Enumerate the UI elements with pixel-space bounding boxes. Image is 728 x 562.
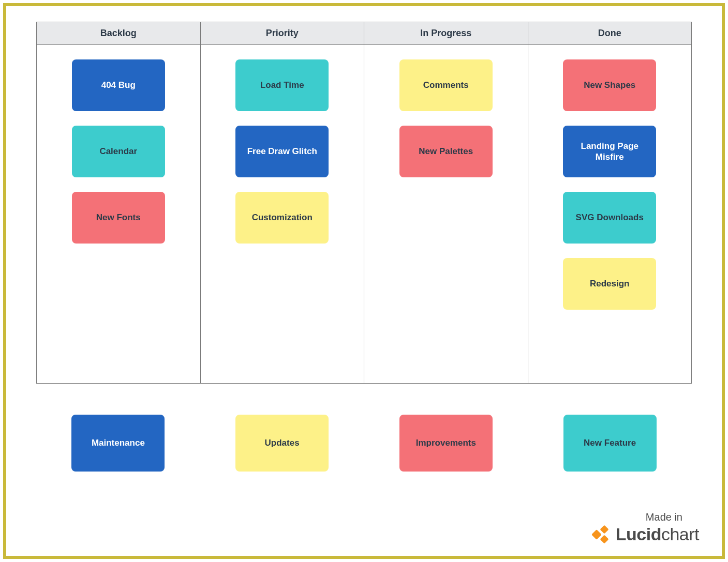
lucidchart-logo-icon [592, 525, 611, 544]
card-404-bug[interactable]: 404 Bug [72, 59, 165, 111]
legend-row: Maintenance Updates Improvements New Fea… [36, 415, 692, 472]
column-body[interactable]: Load Time Free Draw Glitch Customization [201, 45, 364, 383]
column-header: In Progress [364, 22, 528, 45]
card-landing-page-misfire[interactable]: Landing Page Misfire [563, 126, 656, 177]
lucidchart-logo: Lucidchart [592, 524, 699, 544]
kanban-board: Backlog 404 Bug Calendar New Fonts Prior… [36, 22, 692, 384]
legend-updates[interactable]: Updates [235, 415, 329, 472]
canvas-frame: Backlog 404 Bug Calendar New Fonts Prior… [3, 3, 725, 559]
column-header: Backlog [37, 22, 200, 45]
column-header: Done [528, 22, 692, 45]
card-new-shapes[interactable]: New Shapes [563, 59, 656, 111]
legend-maintenance[interactable]: Maintenance [71, 415, 165, 472]
card-calendar[interactable]: Calendar [72, 126, 165, 177]
card-load-time[interactable]: Load Time [235, 59, 329, 111]
card-comments[interactable]: Comments [399, 59, 493, 111]
card-new-fonts[interactable]: New Fonts [72, 192, 165, 244]
column-body[interactable]: 404 Bug Calendar New Fonts [37, 45, 200, 383]
column-body[interactable]: Comments New Palettes [364, 45, 528, 383]
column-body[interactable]: New Shapes Landing Page Misfire SVG Down… [528, 45, 692, 383]
column-in-progress[interactable]: In Progress Comments New Palettes [364, 22, 528, 384]
card-new-palettes[interactable]: New Palettes [399, 126, 493, 177]
column-backlog[interactable]: Backlog 404 Bug Calendar New Fonts [36, 22, 200, 384]
legend-improvements[interactable]: Improvements [399, 415, 493, 472]
column-priority[interactable]: Priority Load Time Free Draw Glitch Cust… [200, 22, 364, 384]
branding: Made in Lucidchart [592, 511, 699, 544]
card-free-draw-glitch[interactable]: Free Draw Glitch [235, 126, 329, 177]
card-svg-downloads[interactable]: SVG Downloads [563, 192, 656, 244]
made-in-text: Made in [592, 511, 699, 523]
card-redesign[interactable]: Redesign [563, 258, 656, 310]
lucidchart-logo-text: Lucidchart [616, 524, 699, 544]
column-done[interactable]: Done New Shapes Landing Page Misfire SVG… [528, 22, 692, 384]
card-customization[interactable]: Customization [235, 192, 329, 244]
legend-new-feature[interactable]: New Feature [563, 415, 657, 472]
column-header: Priority [201, 22, 364, 45]
